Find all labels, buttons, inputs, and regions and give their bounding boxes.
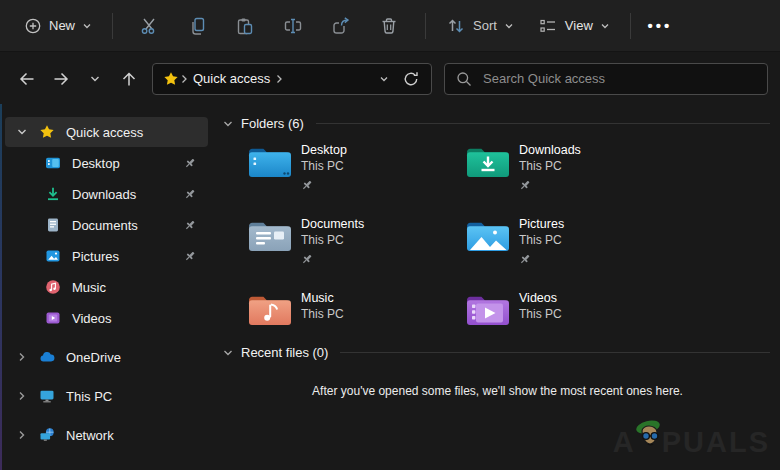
folder-location: This PC: [301, 159, 347, 174]
navigation-bar: Quick access: [0, 53, 780, 104]
sidebar-item-network[interactable]: Network: [5, 420, 208, 450]
view-icon: [538, 16, 558, 36]
share-button[interactable]: [326, 11, 356, 41]
back-button[interactable]: [12, 64, 42, 94]
pin-icon: [519, 251, 564, 269]
sidebar-item-this-pc[interactable]: This PC: [5, 381, 208, 411]
address-dropdown-button[interactable]: [373, 68, 395, 90]
folder-name: Desktop: [301, 143, 347, 158]
chevron-right-icon[interactable]: [14, 349, 30, 365]
search-input[interactable]: [481, 70, 757, 87]
recent-locations-button[interactable]: [80, 64, 110, 94]
back-icon: [17, 69, 37, 89]
chevron-right-icon[interactable]: [14, 427, 30, 443]
sidebar-item-label: Documents: [72, 218, 138, 233]
address-bar[interactable]: Quick access: [152, 63, 432, 95]
music-folder-icon: [247, 291, 291, 327]
folder-tile-text: DocumentsThis PC: [301, 217, 364, 269]
folder-tile-text: MusicThis PC: [301, 291, 344, 327]
watermark-text-left: A: [613, 426, 636, 459]
see-more-button[interactable]: •••: [645, 11, 675, 41]
sidebar-item-videos[interactable]: Videos: [5, 303, 208, 333]
new-button[interactable]: New: [16, 11, 100, 41]
rename-icon: [283, 16, 303, 36]
cut-icon: [139, 16, 159, 36]
desktop-folder-icon: [247, 143, 291, 179]
plus-circle-icon: [24, 17, 42, 35]
refresh-button[interactable]: [399, 67, 423, 91]
folder-tile-downloads[interactable]: DownloadsThis PC: [465, 143, 683, 195]
search-box[interactable]: [444, 63, 768, 95]
folder-location: This PC: [519, 233, 564, 248]
chevron-right-icon[interactable]: [14, 388, 30, 404]
file-explorer-window: New Sort View •••: [0, 0, 780, 470]
sidebar-item-desktop[interactable]: Desktop: [5, 148, 208, 178]
thispc-icon: [39, 388, 55, 404]
chevron-down-icon: [504, 21, 514, 31]
cut-button[interactable]: [134, 11, 164, 41]
chevron-down-icon[interactable]: [14, 124, 30, 140]
sidebar-item-quick-access[interactable]: Quick access: [5, 117, 208, 147]
sidebar-item-pictures[interactable]: Pictures: [5, 241, 208, 271]
folder-name: Downloads: [519, 143, 581, 158]
pin-icon: [184, 219, 196, 231]
pin-icon: [184, 250, 196, 262]
copy-button[interactable]: [182, 11, 212, 41]
breadcrumb-chevron-icon[interactable]: [274, 73, 284, 85]
pin-icon: [301, 251, 364, 269]
chevron-down-icon: [600, 21, 610, 31]
watermark-text-right: PUALS: [662, 426, 770, 459]
folder-tile-music[interactable]: MusicThis PC: [247, 291, 465, 327]
rename-button[interactable]: [278, 11, 308, 41]
breadcrumb-quick-access[interactable]: Quick access: [193, 71, 270, 86]
collapse-chevron-icon[interactable]: [221, 346, 235, 360]
chevron-down-icon: [82, 21, 92, 31]
pin-icon: [184, 157, 196, 169]
folder-tile-text: PicturesThis PC: [519, 217, 564, 269]
folder-tile-text: VideosThis PC: [519, 291, 562, 327]
sort-button[interactable]: Sort: [438, 10, 522, 42]
up-button[interactable]: [114, 64, 144, 94]
chevron-down-icon: [379, 74, 389, 84]
documents-icon: [45, 217, 61, 233]
recent-files-empty-message: After you've opened some files, we'll sh…: [221, 384, 774, 398]
paste-button[interactable]: [230, 11, 260, 41]
folder-tile-videos[interactable]: VideosThis PC: [465, 291, 683, 327]
pin-icon: [519, 177, 581, 195]
sidebar-item-label: Quick access: [66, 125, 143, 140]
forward-icon: [51, 69, 71, 89]
sidebar-item-label: Desktop: [72, 156, 120, 171]
onedrive-icon: [39, 349, 55, 365]
delete-button[interactable]: [374, 11, 404, 41]
sort-icon: [446, 16, 466, 36]
folder-tile-desktop[interactable]: DesktopThis PC: [247, 143, 465, 195]
sidebar-item-label: Downloads: [72, 187, 136, 202]
folder-name: Videos: [519, 291, 562, 306]
sidebar-item-music[interactable]: Music: [5, 272, 208, 302]
appuals-watermark: A PUALS: [613, 419, 770, 466]
sidebar-item-label: OneDrive: [66, 350, 121, 365]
sidebar-item-onedrive[interactable]: OneDrive: [5, 342, 208, 372]
sidebar-item-label: This PC: [66, 389, 112, 404]
downloads-folder-icon: [465, 143, 509, 179]
sort-button-label: Sort: [473, 18, 497, 33]
folder-tile-documents[interactable]: DocumentsThis PC: [247, 217, 465, 269]
music-icon: [45, 279, 61, 295]
toolbar-divider: [630, 13, 631, 39]
downloads-icon: [45, 186, 61, 202]
sidebar-item-documents[interactable]: Documents: [5, 210, 208, 240]
copy-icon: [187, 16, 207, 36]
collapse-chevron-icon[interactable]: [221, 117, 235, 131]
sidebar-item-downloads[interactable]: Downloads: [5, 179, 208, 209]
folder-tile-text: DesktopThis PC: [301, 143, 347, 195]
folder-tile-pictures[interactable]: PicturesThis PC: [465, 217, 683, 269]
folders-section-title: Folders (6): [241, 116, 304, 131]
forward-button[interactable]: [46, 64, 76, 94]
navigation-pane: Quick accessDesktopDownloadsDocumentsPic…: [0, 104, 213, 470]
view-button[interactable]: View: [530, 10, 618, 42]
sidebar-item-label: Music: [72, 280, 106, 295]
view-button-label: View: [565, 18, 593, 33]
search-icon: [455, 70, 473, 88]
folder-name: Pictures: [519, 217, 564, 232]
sidebar-item-label: Pictures: [72, 249, 119, 264]
